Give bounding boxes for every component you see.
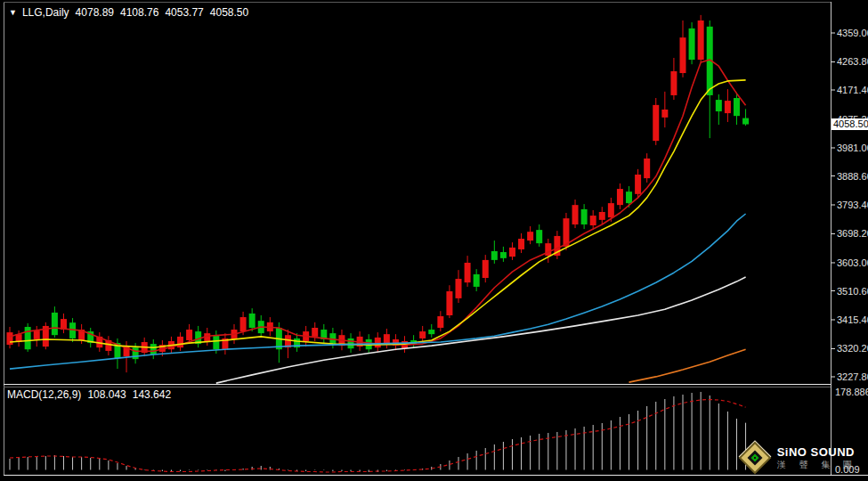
candle-up: [437, 316, 443, 328]
ma-white-line: [216, 277, 746, 383]
candle-up: [465, 263, 471, 282]
candle-down: [133, 347, 139, 359]
candle-down: [348, 338, 354, 348]
candle-down: [581, 209, 588, 224]
candle-up: [698, 20, 704, 60]
candle-up: [456, 279, 462, 298]
candle-up: [240, 317, 247, 331]
price-tick-label: 3510.60: [837, 286, 868, 297]
candle-up: [483, 260, 489, 278]
candle-down: [716, 100, 722, 111]
candle-up: [653, 105, 659, 141]
macd-signal-line: [10, 400, 746, 473]
current-price-badge: 4058.50: [831, 118, 868, 130]
candle-up: [725, 101, 731, 113]
candle-up: [518, 239, 524, 249]
price-tick-label: 4263.80: [837, 56, 868, 67]
candle-down: [249, 314, 256, 328]
candle-up: [545, 243, 551, 256]
candle-up: [384, 334, 390, 344]
candle-down: [500, 252, 507, 258]
candle-down: [474, 274, 480, 287]
candle-up: [599, 212, 605, 220]
symbol-info-label: ▼LLG,Daily4078.894108.764053.774058.50: [9, 6, 248, 19]
brand-name: SiNO SOUND: [777, 446, 857, 458]
candle-up: [644, 159, 650, 178]
candle-up: [375, 338, 381, 347]
candle-down: [491, 251, 498, 260]
brand-logo-icon: [740, 443, 770, 473]
macd-axis-label-min: 0.009: [835, 464, 860, 475]
macd-axis-label-max: 178.886: [835, 387, 868, 397]
candle-up: [617, 189, 623, 205]
candle-up: [670, 71, 677, 95]
price-tick-label: 3981.00: [837, 143, 868, 153]
candle-up: [204, 333, 210, 342]
macd-name: MACD(12,26,9): [7, 388, 81, 401]
candle-up: [661, 110, 668, 118]
candle-down: [213, 335, 219, 349]
price-tick-label: 3227.80: [837, 371, 868, 382]
price-tick-label: 4171.40: [837, 85, 868, 95]
price-tick-label: 3320.20: [837, 343, 868, 354]
candle-up: [509, 248, 515, 257]
candle-up: [34, 330, 40, 339]
price-tick-label: 3415.40: [837, 314, 868, 325]
macd-indicator-label: MACD(12,26,9)108.043143.642: [7, 388, 171, 401]
candle-up: [572, 205, 579, 224]
price-tick-label: 3793.40: [837, 200, 868, 210]
price-tick-label: 3603.00: [837, 257, 868, 268]
price-tick-label: 3888.60: [837, 171, 868, 182]
price-tick-label: 3698.20: [837, 228, 868, 239]
low-value: 4053.77: [165, 6, 203, 19]
ma-yellow-line: [10, 80, 746, 347]
open-value: 4078.89: [76, 6, 114, 19]
candle-up: [635, 175, 641, 194]
candle-up: [680, 37, 686, 73]
candle-down: [536, 230, 542, 243]
chart-canvas[interactable]: 4359.004263.804171.404075.203981.003888.…: [0, 0, 868, 481]
ma-red-fast-line: [10, 60, 746, 351]
candle-down: [689, 29, 695, 60]
ma-orange-line: [629, 349, 746, 382]
macd-signal-value: 143.642: [133, 388, 171, 401]
candle-down: [742, 118, 749, 125]
candle-up: [419, 331, 426, 338]
candle-up: [186, 330, 192, 340]
symbol-name: LLG,Daily: [22, 6, 69, 19]
candle-down: [626, 192, 632, 203]
candle-up: [7, 332, 13, 345]
price-tick-label: 4359.00: [837, 28, 868, 38]
close-value: 4058.50: [210, 6, 248, 19]
candle-down: [25, 327, 31, 349]
candle-up: [608, 203, 614, 217]
chart-window: 4359.004263.804171.404075.203981.003888.…: [0, 0, 868, 481]
candle-down: [428, 330, 434, 334]
candle-down: [734, 98, 740, 116]
candle-up: [312, 328, 318, 337]
macd-main-value: 108.043: [87, 388, 126, 401]
collapse-triangle-icon[interactable]: ▼: [9, 8, 17, 17]
candle-up: [527, 232, 533, 240]
high-value: 4108.76: [120, 6, 158, 19]
candle-down: [52, 313, 58, 335]
candle-down: [150, 344, 157, 355]
candle-up: [590, 216, 596, 225]
candle-up: [446, 291, 452, 315]
